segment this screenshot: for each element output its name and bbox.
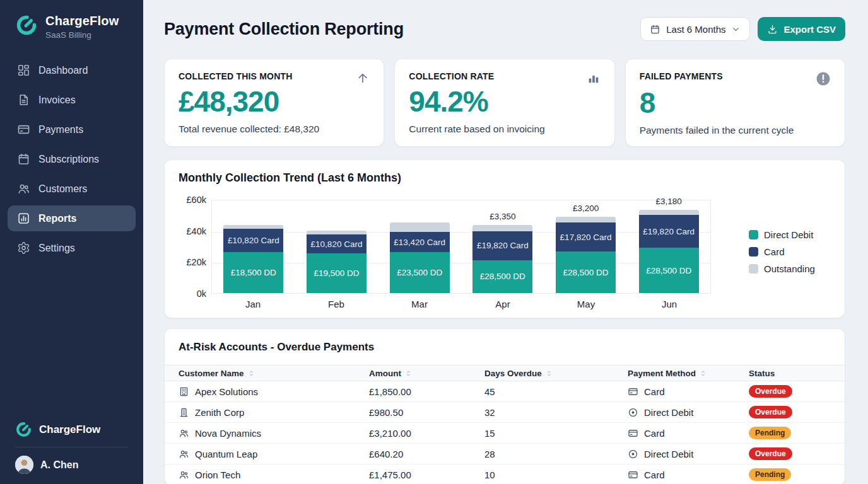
segment-outstanding bbox=[390, 222, 450, 232]
sidebar-nav: DashboardInvoicesPaymentsSubscriptionsCu… bbox=[0, 57, 143, 265]
stat-label: COLLECTION RATE bbox=[409, 71, 494, 81]
segment-card: £10,820 Card bbox=[223, 229, 283, 252]
status-badge: Overdue bbox=[749, 385, 792, 398]
column-header-status: Status bbox=[749, 369, 831, 378]
subscriptions-icon bbox=[17, 153, 30, 166]
segment-outstanding bbox=[472, 225, 532, 231]
stat-card-collected-this-month: COLLECTED THIS MONTH£48,320Total revenue… bbox=[164, 59, 384, 147]
x-axis-label: Jun bbox=[628, 299, 711, 309]
sidebar-item-dashboard[interactable]: Dashboard bbox=[8, 57, 136, 83]
bar-feb: £10,820 Card£19,500 DD bbox=[295, 200, 378, 293]
users-icon bbox=[179, 449, 189, 459]
payment-method: Direct Debit bbox=[644, 407, 693, 418]
footer-brand-name: ChargeFlow bbox=[39, 424, 100, 436]
payment-method: Direct Debit bbox=[644, 449, 693, 459]
outstanding-value-label: £3,180 bbox=[627, 197, 710, 206]
chart-card: Monthly Collection Trend (Last 6 Months)… bbox=[164, 159, 845, 318]
sidebar-item-payments[interactable]: Payments bbox=[8, 117, 136, 142]
customers-icon bbox=[17, 182, 30, 195]
legend-item-outstanding: Outstanding bbox=[749, 263, 821, 274]
table-row-apex-solutions[interactable]: Apex Solutions£1,850.0045CardOverdue bbox=[165, 381, 845, 402]
segment-direct-debit: £23,500 DD bbox=[390, 252, 450, 293]
date-range-label: Last 6 Months bbox=[666, 24, 725, 35]
payment-method: Card bbox=[644, 428, 665, 439]
avatar bbox=[15, 456, 33, 474]
table-row-nova-dynamics[interactable]: Nova Dynamics£3,210.0015CardPending bbox=[165, 423, 845, 444]
table-row-zenith-corp[interactable]: Zenith Corp£980.5032Direct DebitOverdue bbox=[165, 402, 845, 423]
amount: £980.50 bbox=[369, 407, 484, 418]
stat-caption: Current rate based on invoicing bbox=[409, 124, 600, 135]
legend-swatch bbox=[749, 230, 758, 239]
customer-name: Zenith Corp bbox=[195, 407, 244, 418]
y-axis-tick-label: £60k bbox=[179, 195, 206, 205]
card-icon bbox=[628, 470, 638, 480]
table-row-orion-tech[interactable]: Orion Tech£1,475.0010CardPending bbox=[165, 464, 845, 484]
sidebar-item-settings[interactable]: Settings bbox=[8, 235, 136, 261]
y-axis-tick-label: 0k bbox=[179, 289, 206, 299]
column-header-payment-method[interactable]: Payment Method bbox=[628, 369, 749, 378]
sidebar-item-invoices[interactable]: Invoices bbox=[8, 87, 136, 113]
days-overdue: 28 bbox=[484, 449, 628, 459]
building-2-icon bbox=[179, 407, 189, 418]
sidebar-item-customers[interactable]: Customers bbox=[8, 176, 136, 202]
header-actions: Last 6 Months Export CSV bbox=[640, 17, 845, 41]
sidebar-item-label: Reports bbox=[38, 213, 76, 224]
at-risk-table-card: At-Risk Accounts - Overdue Payments Cust… bbox=[164, 328, 845, 484]
legend-swatch bbox=[749, 247, 758, 256]
sort-icon bbox=[545, 369, 553, 377]
outstanding-value-label: £3,350 bbox=[461, 212, 544, 221]
status-badge: Overdue bbox=[749, 447, 792, 460]
brand: ChargeFlow SaaS Billing bbox=[0, 0, 143, 40]
chargeflow-logo-icon bbox=[15, 14, 38, 37]
outstanding-value-label: £3,200 bbox=[544, 204, 628, 213]
x-axis-label: Mar bbox=[378, 299, 461, 309]
x-axis-label: Jan bbox=[211, 299, 295, 309]
invoices-icon bbox=[17, 93, 30, 107]
column-header-customer-name[interactable]: Customer Name bbox=[179, 369, 369, 378]
segment-card: £13,420 Card bbox=[390, 232, 450, 252]
users-icon bbox=[179, 470, 189, 480]
sidebar-item-label: Settings bbox=[38, 243, 75, 254]
amount: £3,210.00 bbox=[369, 428, 484, 439]
status-badge: Pending bbox=[749, 468, 791, 481]
segment-outstanding bbox=[556, 217, 616, 222]
arrow-up-icon bbox=[356, 71, 370, 85]
days-overdue: 32 bbox=[484, 407, 628, 418]
sidebar-item-subscriptions[interactable]: Subscriptions bbox=[8, 146, 136, 172]
sidebar-item-label: Payments bbox=[38, 124, 83, 135]
bar-apr: £3,350£19,820 Card£28,500 DD bbox=[461, 200, 544, 293]
direct-debit-icon bbox=[628, 449, 638, 459]
sidebar-item-label: Customers bbox=[38, 183, 87, 195]
sidebar-item-reports[interactable]: Reports bbox=[8, 205, 136, 231]
y-axis-tick-label: £40k bbox=[179, 226, 206, 236]
user-menu[interactable]: A. Chen bbox=[15, 456, 128, 474]
export-csv-button[interactable]: Export CSV bbox=[758, 17, 845, 41]
page-title: Payment Collection Reporting bbox=[164, 20, 404, 39]
table-header-row: Customer NameAmountDays OverduePayment M… bbox=[165, 365, 845, 381]
column-header-days-overdue[interactable]: Days Overdue bbox=[484, 369, 628, 378]
stat-caption: Payments failed in the current cycle bbox=[640, 125, 831, 136]
settings-icon bbox=[17, 241, 30, 255]
column-header-label: Amount bbox=[369, 369, 401, 378]
sort-icon bbox=[247, 369, 255, 377]
segment-outstanding bbox=[639, 210, 699, 215]
card-icon bbox=[628, 386, 638, 397]
main-content: Payment Collection Reporting Last 6 Mont… bbox=[143, 0, 868, 484]
table-title: At-Risk Accounts - Overdue Payments bbox=[165, 329, 845, 365]
sidebar: ChargeFlow SaaS Billing DashboardInvoice… bbox=[0, 0, 143, 484]
legend-swatch bbox=[749, 264, 758, 274]
date-range-dropdown[interactable]: Last 6 Months bbox=[640, 17, 750, 41]
column-header-amount[interactable]: Amount bbox=[369, 369, 484, 378]
export-csv-label: Export CSV bbox=[783, 24, 836, 35]
x-axis-label: Apr bbox=[461, 299, 544, 309]
x-axis-label: May bbox=[544, 299, 628, 309]
users-icon bbox=[179, 428, 189, 439]
status-badge: Overdue bbox=[749, 406, 792, 418]
stat-cards: COLLECTED THIS MONTH£48,320Total revenue… bbox=[164, 59, 845, 147]
table-row-quantum-leap[interactable]: Quantum Leap£640.2028Direct DebitOverdue bbox=[165, 444, 845, 464]
dashboard-icon bbox=[17, 64, 30, 77]
segment-direct-debit: £19,500 DD bbox=[307, 253, 367, 293]
y-axis-tick-label: £20k bbox=[179, 257, 206, 267]
reports-icon bbox=[17, 212, 30, 225]
segment-direct-debit: £28,500 DD bbox=[472, 260, 532, 293]
